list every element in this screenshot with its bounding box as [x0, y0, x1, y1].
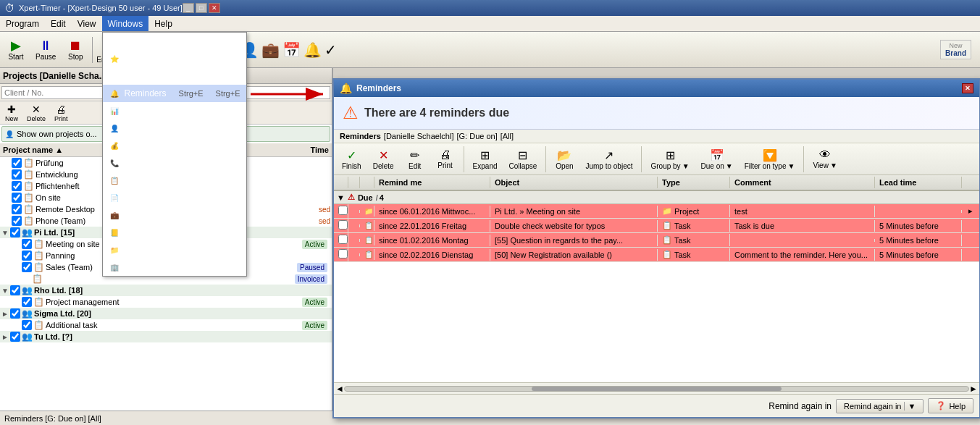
h-scrollbar[interactable]: ◄ ►	[334, 382, 979, 394]
check-remote[interactable]	[12, 204, 22, 214]
rem-row-3[interactable]: 📋 since 01.02.2016 Montag [55] Question …	[334, 233, 979, 248]
menu-documents[interactable]: 📁 Documents	[103, 241, 246, 258]
scrollbar-track[interactable]	[344, 386, 969, 392]
check-pflichtenheft[interactable]	[12, 181, 22, 191]
menu-reimbursable-ledger[interactable]: 📒 Reimbursable ledger	[103, 224, 246, 241]
menu-timebar[interactable]: ⏱ Timebar on/off	[103, 33, 246, 50]
scroll-left-btn[interactable]: ◄	[335, 384, 344, 394]
delete-reminder-button[interactable]: ✕ Delete	[368, 146, 399, 172]
tree-item-proj-mgmt[interactable]: 📋 Project management Active	[0, 296, 332, 308]
reminder-close-btn[interactable]: ✕	[962, 83, 973, 93]
reporting-icon: 📊	[109, 105, 120, 117]
check-panning[interactable]	[22, 251, 32, 261]
row4-check[interactable]	[338, 249, 348, 258]
toolbar-icon-10[interactable]: ✓	[324, 41, 337, 59]
minimize-btn[interactable]: _	[183, 3, 194, 13]
finish-button[interactable]: ✓ Finish	[337, 146, 367, 172]
check-proj-mgmt[interactable]	[22, 297, 32, 307]
menu-program[interactable]: Program	[0, 16, 45, 31]
start-button[interactable]: ▶ Start	[3, 37, 29, 63]
menu-clients[interactable]: 🏢 Clients	[103, 258, 246, 276]
scroll-right-btn[interactable]: ►	[969, 384, 978, 394]
scrollbar-thumb[interactable]	[532, 387, 781, 391]
check-sigma-ltd[interactable]	[10, 308, 20, 319]
col-comment-header[interactable]: Comment	[730, 177, 875, 188]
check-phone[interactable]	[12, 216, 22, 226]
menu-billing[interactable]: 💰 Billing Manager	[103, 137, 246, 154]
menu-help[interactable]: Help	[148, 16, 178, 31]
due-on-button[interactable]: 📅 Due on ▼	[696, 146, 738, 172]
tree-item-additional[interactable]: 📋 Additional task Active	[0, 319, 332, 331]
task-icon-meeting: 📋	[33, 239, 44, 249]
col-remind-me-header[interactable]: Remind me	[374, 177, 490, 188]
delete-project-button[interactable]: ✕ Delete	[23, 102, 49, 124]
billing-icon: 💰	[109, 140, 120, 151]
menu-favorites[interactable]: ⭐ Favorites	[103, 50, 246, 67]
menu-reminders[interactable]: 🔔 Reminders Strg+E Strg+E	[103, 85, 246, 102]
remind-again-dropdown-btn[interactable]: ▼	[904, 402, 916, 411]
timebar-icon: ⏱	[109, 35, 120, 47]
pause-button[interactable]: ⏸ Pause	[30, 37, 61, 63]
group-by-button[interactable]: ⊞ Group by ▼	[645, 146, 694, 172]
col-lead-header[interactable]: Lead time	[875, 177, 962, 188]
check-meeting[interactable]	[22, 239, 32, 249]
row3-remind-date: since 01.02.2016 Montag	[374, 235, 490, 246]
check-tu-ltd[interactable]	[10, 332, 20, 342]
col-type-header[interactable]: Type	[658, 177, 730, 188]
row1-check[interactable]	[338, 206, 348, 215]
filter-type-button[interactable]: 🔽 Filter on type ▼	[740, 146, 800, 172]
menu-windows[interactable]: Windows ⏱ Timebar on/off ⭐ Favorites ✓ T…	[102, 16, 149, 31]
new-icon: ✚	[7, 104, 16, 115]
edit-reminder-button[interactable]: ✏ Edit	[401, 146, 430, 172]
check-rho-ltd[interactable]	[10, 285, 20, 295]
check-entwicklung[interactable]	[12, 169, 22, 180]
remind-again-button[interactable]: Remind again in ▼	[836, 399, 924, 413]
menu-users[interactable]: 👤 Users	[103, 119, 246, 137]
tree-item-sigma-ltd[interactable]: ► 👥 Sigma Ltd. [20]	[0, 308, 332, 319]
print-reminder-button[interactable]: 🖨 Print	[431, 146, 460, 172]
toolbar-icon-8[interactable]: 📅	[282, 41, 301, 59]
favorites-icon: ⭐	[109, 53, 120, 64]
row3-check[interactable]	[338, 235, 348, 244]
toolbar-icon-7[interactable]: 💼	[261, 41, 280, 59]
group-expand-icon[interactable]: ▼	[337, 193, 345, 202]
col-object-header[interactable]: Object	[490, 177, 658, 188]
rem-row-2[interactable]: 📋 since 22.01.2016 Freitag Double check …	[334, 219, 979, 233]
row4-type: 📋 Task	[658, 248, 730, 261]
check-sales[interactable]	[22, 262, 32, 272]
print-project-button[interactable]: 🖨 Print	[51, 102, 72, 124]
new-project-button[interactable]: ✚ New	[1, 102, 22, 124]
collapse-button[interactable]: ⊟ Collapse	[504, 146, 543, 172]
pause-icon: ⏸	[39, 39, 52, 52]
jump-to-object-button[interactable]: ↗ Jump to object	[580, 146, 637, 172]
view-arrow: ▼	[830, 161, 837, 169]
maximize-btn[interactable]: □	[196, 3, 207, 13]
check-prufung[interactable]	[12, 158, 22, 168]
menu-reimbursables[interactable]: 💼 Reimbursables/Costs	[103, 206, 246, 224]
toolbar-icon-9[interactable]: 🔔	[303, 41, 322, 59]
view-button[interactable]: 👁 View ▼	[808, 146, 842, 172]
check-pi-ltd[interactable]	[10, 227, 20, 237]
menu-tasks[interactable]: 📋 Tasks	[103, 172, 246, 189]
open-button[interactable]: 📂 Open	[550, 146, 579, 172]
check-onsite[interactable]	[12, 193, 22, 203]
menu-tasks-show[interactable]: ✓ Tasks show/hide	[103, 67, 246, 85]
tree-item-tu-ltd[interactable]: ► 👥 Tu Ltd. [?]	[0, 331, 332, 342]
menu-view[interactable]: View	[72, 16, 102, 31]
rem-row-1[interactable]: 📁 since 06.01.2016 Mittwoc... Pi Ltd. » …	[334, 204, 979, 219]
edit-reminder-icon: ✏	[410, 148, 419, 162]
help-button[interactable]: ❓ Help	[928, 398, 973, 413]
row1-extra: ▸	[962, 206, 979, 216]
rem-row-4[interactable]: 📋 since 02.02.2016 Dienstag [50] New Reg…	[334, 248, 979, 262]
reminders-shortcut: Strg+E	[216, 89, 240, 98]
row2-check[interactable]	[338, 220, 348, 230]
stop-button[interactable]: ⏹ Stop	[62, 37, 88, 63]
menu-reporting[interactable]: 📊 Reporting	[103, 102, 246, 119]
menu-task-templates[interactable]: 📄 Task templates	[103, 189, 246, 206]
tree-item-rho-ltd[interactable]: ▼ 👥 Rho Ltd. [18]	[0, 285, 332, 296]
expand-button[interactable]: ⊞ Expand	[468, 146, 503, 172]
check-additional[interactable]	[22, 320, 32, 330]
close-btn[interactable]: ✕	[209, 3, 220, 13]
menu-edit[interactable]: Edit	[45, 16, 72, 31]
menu-calllog[interactable]: 📞 Call log	[103, 154, 246, 172]
